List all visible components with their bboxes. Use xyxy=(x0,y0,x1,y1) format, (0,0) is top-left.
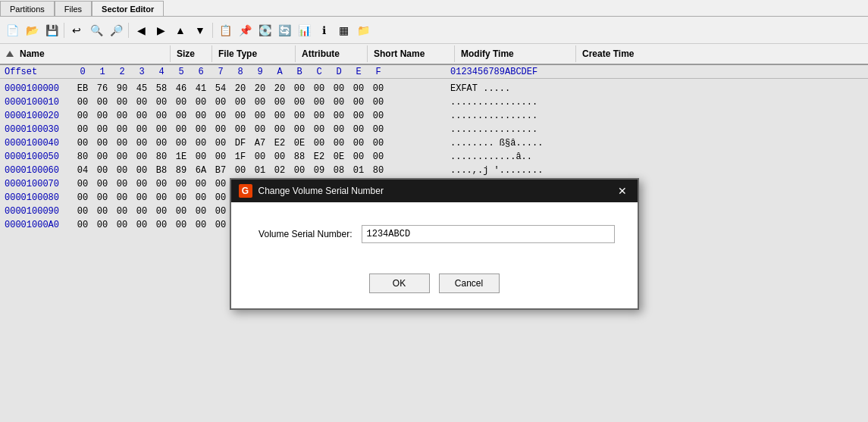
analyze-button[interactable]: 📊 xyxy=(295,21,313,39)
sep2 xyxy=(128,23,129,38)
serial-number-label: Volume Serial Number: xyxy=(254,229,353,239)
tab-bar: Partitions Files Sector Editor xyxy=(0,0,868,17)
sep3 xyxy=(212,23,213,38)
save-button[interactable]: 💾 xyxy=(42,21,61,39)
modal-field-row: Volume Serial Number: xyxy=(254,225,615,243)
modal-title-left: G Change Volume Serial Number xyxy=(239,184,384,198)
up-button[interactable]: ▲ xyxy=(171,21,190,39)
folder-button[interactable]: 📁 xyxy=(354,21,372,39)
modal-body: Volume Serial Number: xyxy=(231,202,638,274)
column-header-row: Name Size File Type Attribute Short Name… xyxy=(0,44,868,65)
col-name-header: Name xyxy=(0,45,171,62)
open-button[interactable]: 📂 xyxy=(23,21,41,39)
undo-button[interactable]: ↩ xyxy=(67,21,86,39)
hex-area: Offset 0 1 2 3 4 5 6 7 8 9 A B C D E F 0… xyxy=(0,65,868,422)
find-button[interactable]: 🔎 xyxy=(107,21,125,39)
grid-button[interactable]: ▦ xyxy=(334,21,353,39)
ok-button[interactable]: OK xyxy=(369,274,430,293)
down-button[interactable]: ▼ xyxy=(191,21,209,39)
sep1 xyxy=(64,23,64,38)
serial-number-input[interactable] xyxy=(362,225,615,243)
format-button[interactable]: 🔄 xyxy=(275,21,293,39)
modal-buttons: OK Cancel xyxy=(231,274,638,308)
next-button[interactable]: ▶ xyxy=(152,21,170,39)
tab-partitions[interactable]: Partitions xyxy=(0,1,55,16)
paste-button[interactable]: 📌 xyxy=(236,21,254,39)
info-button[interactable]: ℹ xyxy=(315,21,333,39)
col-createtime-header: Create Time xyxy=(576,45,868,62)
modal-close-button[interactable]: ✕ xyxy=(615,183,630,198)
col-shortname-header: Short Name xyxy=(368,45,455,62)
new-button[interactable]: 📄 xyxy=(3,21,21,39)
col-filetype-header: File Type xyxy=(212,45,296,62)
prev-button[interactable]: ◀ xyxy=(132,21,150,39)
tab-sector-editor[interactable]: Sector Editor xyxy=(92,1,164,16)
modal-app-icon: G xyxy=(239,184,252,198)
drive-button[interactable]: 💽 xyxy=(255,21,274,39)
col-attribute-header: Attribute xyxy=(296,45,368,62)
modal-dialog: G Change Volume Serial Number ✕ Volume S… xyxy=(230,178,639,310)
sort-arrow-icon xyxy=(6,51,14,57)
copy-button[interactable]: 📋 xyxy=(216,21,234,39)
modal-title-text: Change Volume Serial Number xyxy=(259,186,384,196)
tab-files[interactable]: Files xyxy=(55,1,92,16)
col-size-header: Size xyxy=(171,45,212,62)
toolbar: 📄 📂 💾 ↩ 🔍 🔎 ◀ ▶ ▲ ▼ 📋 📌 💽 🔄 📊 ℹ ▦ 📁 xyxy=(0,17,868,44)
modal-overlay: G Change Volume Serial Number ✕ Volume S… xyxy=(0,65,868,422)
zoom-button[interactable]: 🔍 xyxy=(87,21,105,39)
modal-titlebar: G Change Volume Serial Number ✕ xyxy=(231,180,638,202)
col-modifytime-header: Modify Time xyxy=(455,45,576,62)
cancel-button[interactable]: Cancel xyxy=(439,274,500,293)
